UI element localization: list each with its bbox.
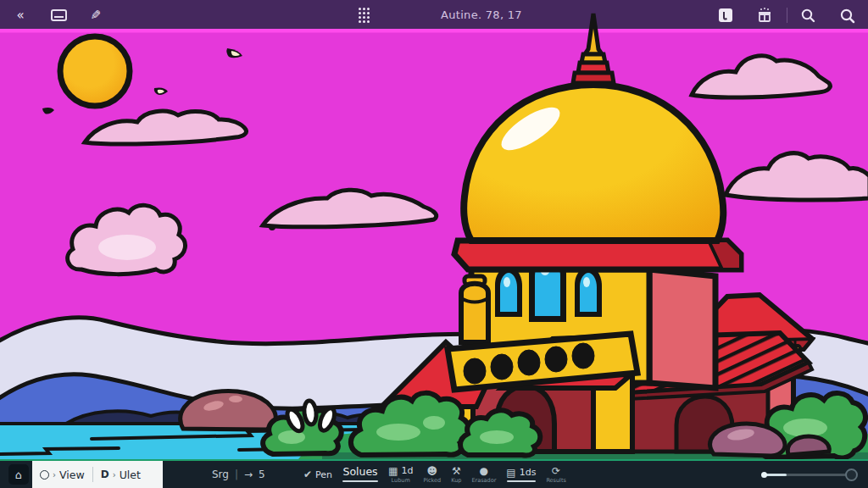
active-underline	[507, 480, 536, 482]
home-button[interactable]: ⌂	[8, 464, 29, 485]
ulet-mode-label: Ulet	[120, 469, 141, 481]
album-icon: ▦	[388, 466, 398, 476]
back-icon[interactable]: «	[8, 0, 31, 30]
clouds	[68, 56, 868, 274]
d-shape-icon: D	[101, 469, 109, 480]
chevron-icon: ›	[53, 470, 56, 480]
sun	[60, 36, 130, 106]
tool-kup[interactable]: ⚒ Kup	[451, 461, 461, 488]
circle-icon	[40, 470, 49, 480]
step-arrow: →	[244, 469, 253, 480]
artwork-canvas[interactable]	[0, 0, 868, 488]
search-icon-shape	[800, 8, 815, 23]
courtyard-wall	[581, 333, 812, 452]
flowers	[284, 400, 337, 433]
tool-solues[interactable]: Solues	[342, 461, 378, 488]
main-building	[454, 14, 741, 388]
lake-water	[0, 424, 398, 459]
pen-icon[interactable]: ✎	[85, 0, 107, 30]
pen-check-icon: ✔	[303, 469, 312, 480]
tool-erasador[interactable]: ● Erasador	[471, 461, 496, 488]
zoom-search-icon-shape	[839, 8, 855, 24]
balcony-band	[448, 334, 637, 390]
app-window: « ✎ Autine. 78, 17	[0, 0, 868, 488]
ulet-mode-button[interactable]: D › Ulet	[93, 461, 148, 488]
gift-icon-shape	[756, 7, 773, 24]
step-count: 5	[259, 469, 265, 480]
sky	[0, 30, 868, 459]
mountains	[0, 318, 868, 463]
toolbar-divider	[787, 8, 787, 23]
lake-rock	[181, 391, 275, 430]
tool-strip: ✔Pen Solues ▦1d Lubum ☻ Picked ⚒ Kup ● E…	[303, 461, 566, 488]
column	[461, 276, 488, 342]
layers-icon: ▤	[506, 468, 515, 478]
top-bar: « ✎ Autine. 78, 17	[0, 0, 868, 30]
note-icon-shape	[717, 7, 734, 24]
wrench-icon: ⚒	[452, 466, 461, 476]
entrance-wall	[471, 337, 632, 452]
grid-icon[interactable]	[354, 0, 373, 30]
tool-results[interactable]: ⟳ Results	[546, 461, 565, 488]
tool-album[interactable]: ▦1d Lubum	[388, 461, 413, 488]
slider-knob[interactable]	[845, 469, 858, 481]
active-underline	[342, 480, 378, 482]
mode-segment: › View D › Ulet	[32, 461, 163, 488]
view-mode-label: View	[59, 469, 85, 481]
left-kiosk	[381, 342, 488, 452]
note-icon[interactable]	[715, 0, 736, 30]
tool-picked[interactable]: ☻ Picked	[423, 461, 441, 488]
rocks	[710, 424, 830, 456]
circle-dot-icon: ●	[480, 466, 488, 476]
srg-status: Srg | → 5	[212, 461, 265, 488]
person-icon: ☻	[427, 466, 438, 476]
bird-specks	[42, 48, 275, 230]
bottom-bar: ⌂ › View D › Ulet Srg | → 5 ✔Pen	[0, 459, 868, 488]
right-building	[683, 295, 812, 435]
grid-icon-dots	[359, 8, 370, 23]
slider-start-dot	[761, 472, 767, 478]
tool-ids[interactable]: ▤1ds	[506, 461, 536, 488]
chevron-icon: ›	[113, 470, 116, 480]
bushes	[263, 393, 865, 458]
window-icon[interactable]	[47, 0, 70, 30]
gift-icon[interactable]	[754, 0, 775, 30]
search-icon[interactable]	[797, 0, 819, 30]
srg-label: Srg	[212, 469, 229, 480]
zoom-search-icon[interactable]	[836, 0, 858, 30]
ground	[298, 431, 868, 459]
tool-pen[interactable]: ✔Pen	[303, 461, 332, 488]
page-title: Autine. 78, 17	[422, 0, 541, 30]
refresh-icon: ⟳	[552, 466, 560, 476]
view-mode-button[interactable]: › View	[32, 461, 92, 488]
status-divider: |	[235, 469, 238, 480]
window-icon-shape	[51, 9, 67, 21]
zoom-slider[interactable]	[763, 474, 851, 476]
